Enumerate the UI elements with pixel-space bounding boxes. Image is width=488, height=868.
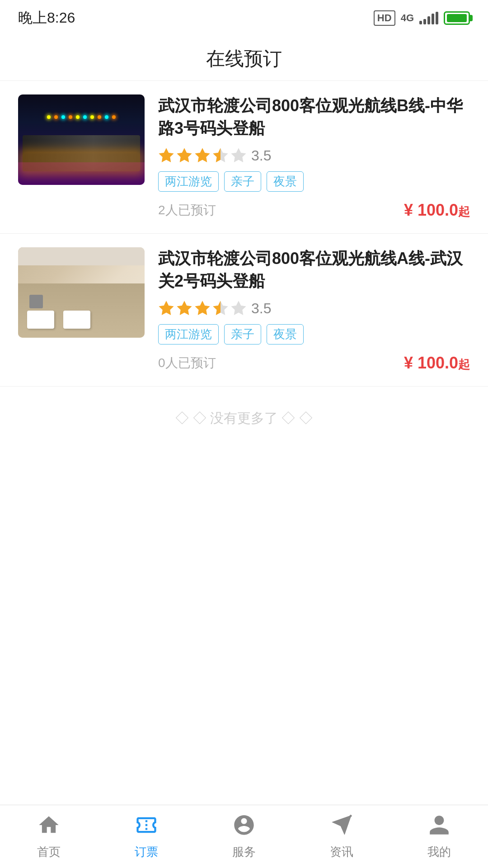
- tags-row: 两江游览 亲子 夜景: [158, 171, 470, 192]
- signal-bars: [419, 12, 438, 24]
- star-1: [158, 300, 174, 316]
- price-suffix: 起: [458, 205, 470, 218]
- price: ¥ 100.0起: [404, 354, 470, 373]
- tag-family: 亲子: [224, 171, 261, 192]
- nav-label-home: 首页: [37, 844, 61, 860]
- battery-icon: 100: [444, 11, 470, 25]
- news-icon: [330, 813, 353, 840]
- booked-count: 0人已预订: [158, 354, 216, 372]
- nav-label-news: 资讯: [330, 844, 353, 860]
- price: ¥ 100.0起: [404, 201, 470, 220]
- rating-row: 3.5: [158, 147, 470, 164]
- rating-score: 3.5: [251, 300, 271, 317]
- rating-score: 3.5: [251, 147, 271, 164]
- svg-marker-9: [196, 302, 209, 315]
- status-time: 晚上8:26: [18, 8, 75, 28]
- svg-marker-6: [232, 149, 245, 162]
- tag-river: 两江游览: [158, 324, 219, 344]
- star-3: [194, 147, 211, 164]
- rating-row: 3.5: [158, 300, 470, 317]
- tag-night: 夜景: [267, 171, 304, 192]
- 4g-icon: 4G: [401, 12, 414, 24]
- price-suffix: 起: [458, 358, 470, 371]
- svg-point-14: [249, 818, 252, 821]
- svg-marker-8: [178, 302, 191, 315]
- stars: [158, 300, 247, 316]
- stars: [158, 147, 247, 164]
- home-icon: [37, 813, 61, 840]
- ticket-icon: [135, 813, 158, 840]
- listing-footer: 2人已预订 ¥ 100.0起: [158, 201, 470, 220]
- star-4: [212, 300, 229, 316]
- nav-item-service[interactable]: 服务: [203, 809, 285, 864]
- listing-footer: 0人已预订 ¥ 100.0起: [158, 354, 470, 373]
- star-3: [194, 300, 211, 316]
- listing-item[interactable]: 武汉市轮渡公司800客位观光航线A线-武汉关2号码头登船: [0, 234, 488, 387]
- listing-info: 武汉市轮渡公司800客位观光航线B线-中华路3号码头登船: [145, 94, 470, 220]
- mine-icon: [427, 813, 451, 840]
- page-title: 在线预订: [0, 33, 488, 80]
- tag-family: 亲子: [224, 324, 261, 344]
- listing-title: 武汉市轮渡公司800客位观光航线A线-武汉关2号码头登船: [158, 247, 470, 293]
- star-5: [230, 147, 247, 164]
- nav-label-ticket: 订票: [135, 844, 158, 860]
- nav-item-news[interactable]: 资讯: [301, 809, 382, 864]
- star-5: [230, 300, 247, 316]
- tag-river: 两江游览: [158, 171, 219, 192]
- svg-marker-7: [160, 302, 173, 315]
- listing-info: 武汉市轮渡公司800客位观光航线A线-武汉关2号码头登船: [145, 247, 470, 373]
- star-4: [212, 147, 229, 164]
- tag-night: 夜景: [267, 324, 304, 344]
- listing-thumbnail: [18, 247, 145, 338]
- status-icons: HD 4G 100: [374, 10, 470, 26]
- svg-marker-2: [196, 149, 209, 162]
- status-bar: 晚上8:26 HD 4G 100: [0, 0, 488, 33]
- svg-marker-15: [332, 815, 351, 835]
- nav-label-service: 服务: [232, 844, 256, 860]
- booked-count: 2人已预订: [158, 202, 216, 219]
- hd-icon: HD: [374, 10, 395, 26]
- tags-row: 两江游览 亲子 夜景: [158, 324, 470, 344]
- nav-item-mine[interactable]: 我的: [399, 809, 480, 864]
- svg-marker-1: [178, 149, 191, 162]
- star-2: [176, 147, 192, 164]
- svg-marker-0: [160, 149, 173, 162]
- end-marker: ◇ ◇ 没有更多了 ◇ ◇: [0, 387, 488, 450]
- listing-item[interactable]: 武汉市轮渡公司800客位观光航线B线-中华路3号码头登船: [0, 80, 488, 234]
- listing-title: 武汉市轮渡公司800客位观光航线B线-中华路3号码头登船: [158, 94, 470, 140]
- star-1: [158, 147, 174, 164]
- star-2: [176, 300, 192, 316]
- svg-marker-13: [232, 302, 245, 315]
- bottom-nav: 首页 订票 服务 资讯 我的: [0, 805, 488, 868]
- service-icon: [232, 813, 256, 840]
- listing-thumbnail: [18, 94, 145, 185]
- listings-container: 武汉市轮渡公司800客位观光航线B线-中华路3号码头登船: [0, 80, 488, 387]
- nav-item-home[interactable]: 首页: [8, 809, 89, 864]
- nav-item-ticket[interactable]: 订票: [106, 809, 187, 864]
- nav-label-mine: 我的: [427, 844, 451, 860]
